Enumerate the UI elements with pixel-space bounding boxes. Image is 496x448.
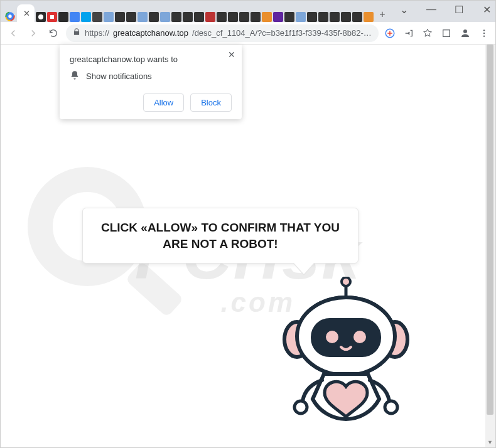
url-host: greatcaptchanow.top bbox=[113, 28, 188, 38]
arrow-right-icon bbox=[28, 28, 39, 39]
arrow-left-icon bbox=[8, 28, 19, 39]
watermark-magnifier-handle bbox=[125, 261, 184, 317]
tab-favicon[interactable] bbox=[296, 12, 306, 22]
minimize-button[interactable]: — bbox=[418, 1, 445, 18]
tab-favicon[interactable] bbox=[70, 12, 80, 22]
tab-favicon[interactable] bbox=[205, 12, 215, 22]
tab-favicon[interactable] bbox=[47, 12, 57, 22]
robot-illustration bbox=[264, 277, 428, 448]
caret-down-icon[interactable]: ⌄ bbox=[390, 1, 418, 18]
close-tab-icon[interactable]: ✕ bbox=[23, 9, 30, 18]
tab-favicon[interactable] bbox=[318, 12, 328, 22]
svg-point-12 bbox=[483, 35, 485, 36]
svg-point-9 bbox=[463, 29, 467, 33]
bell-icon bbox=[70, 70, 80, 82]
reload-icon bbox=[48, 28, 58, 38]
svg-point-22 bbox=[294, 401, 307, 413]
google-search-icon[interactable] bbox=[384, 27, 396, 40]
tab-favicon[interactable] bbox=[149, 12, 159, 22]
tab-favicon[interactable] bbox=[137, 12, 148, 22]
svg-point-5 bbox=[38, 14, 43, 19]
scrollbar-thumb[interactable] bbox=[487, 45, 493, 415]
svg-point-14 bbox=[342, 277, 350, 286]
profile-avatar-icon[interactable] bbox=[459, 27, 472, 40]
bookmark-star-icon[interactable] bbox=[421, 27, 434, 40]
tab-favicon[interactable] bbox=[36, 12, 46, 22]
lock-icon bbox=[72, 28, 81, 38]
tab-strip: ✕ bbox=[4, 1, 390, 22]
tab-favicon[interactable] bbox=[284, 12, 294, 22]
speech-bubble: CLICK «ALLOW» TO CONFIRM THAT YOU ARE NO… bbox=[82, 208, 359, 264]
tab-favicon[interactable] bbox=[183, 12, 193, 22]
svg-rect-8 bbox=[443, 29, 450, 36]
tab-favicon[interactable] bbox=[194, 12, 204, 22]
window-titlebar: ✕ bbox=[1, 1, 495, 22]
share-icon[interactable] bbox=[402, 27, 415, 40]
tab-favicon[interactable] bbox=[81, 12, 91, 22]
svg-rect-19 bbox=[311, 318, 381, 357]
tab-favicon[interactable] bbox=[364, 12, 374, 22]
svg-point-11 bbox=[483, 32, 485, 33]
tab-favicon[interactable] bbox=[251, 12, 261, 22]
svg-rect-6 bbox=[50, 15, 54, 19]
address-bar[interactable]: https://greatcaptchanow.top/desc_cf_1104… bbox=[66, 24, 379, 42]
tab-favicon[interactable] bbox=[352, 12, 362, 22]
tab-favicon[interactable] bbox=[171, 12, 181, 22]
background-tabs bbox=[36, 12, 374, 22]
tab-favicon[interactable] bbox=[307, 12, 317, 22]
tab-favicon-google[interactable] bbox=[4, 11, 16, 22]
block-button[interactable]: Block bbox=[190, 93, 232, 112]
window-controls: ⌄ — ☐ ✕ bbox=[390, 1, 496, 22]
close-prompt-icon[interactable]: ✕ bbox=[228, 50, 235, 60]
tab-favicon[interactable] bbox=[104, 12, 114, 22]
tab-favicon[interactable] bbox=[115, 12, 125, 22]
forward-button[interactable] bbox=[26, 26, 41, 41]
tab-favicon[interactable] bbox=[58, 12, 68, 22]
kebab-menu-icon[interactable] bbox=[478, 27, 490, 40]
close-window-button[interactable]: ✕ bbox=[473, 1, 496, 18]
tab-favicon[interactable] bbox=[330, 12, 340, 22]
toolbar: https://greatcaptchanow.top/desc_cf_1104… bbox=[1, 22, 495, 45]
toolbar-actions bbox=[384, 27, 490, 40]
tab-favicon[interactable] bbox=[239, 12, 249, 22]
vertical-scrollbar[interactable]: ▲ ▼ bbox=[485, 45, 495, 447]
svg-point-4 bbox=[8, 14, 11, 18]
tab-favicon[interactable] bbox=[160, 12, 170, 22]
active-tab[interactable]: ✕ bbox=[17, 4, 35, 22]
svg-point-21 bbox=[353, 331, 366, 343]
scroll-down-icon[interactable]: ▼ bbox=[485, 437, 495, 447]
tab-favicon[interactable] bbox=[273, 12, 283, 22]
page-content: PCrisk .com ✕ greatcaptchanow.top wants … bbox=[1, 45, 495, 447]
tab-favicon[interactable] bbox=[262, 12, 272, 22]
url-path: /desc_cf_1104_A/?c=b3e1f1f3-f339-435f-8b… bbox=[192, 28, 372, 38]
extensions-icon[interactable] bbox=[440, 27, 453, 40]
url-protocol: https:// bbox=[85, 28, 109, 38]
notification-permission-prompt: ✕ greatcaptchanow.top wants to Show noti… bbox=[60, 45, 242, 119]
new-tab-button[interactable]: + bbox=[375, 7, 390, 22]
maximize-button[interactable]: ☐ bbox=[445, 1, 473, 18]
permission-label: Show notifications bbox=[86, 72, 152, 81]
tab-favicon[interactable] bbox=[126, 12, 136, 22]
tab-favicon[interactable] bbox=[228, 12, 238, 22]
tab-favicon[interactable] bbox=[92, 12, 102, 22]
allow-button[interactable]: Allow bbox=[143, 93, 184, 112]
tab-favicon[interactable] bbox=[217, 12, 227, 22]
permission-origin-text: greatcaptchanow.top wants to bbox=[70, 55, 232, 64]
back-button[interactable] bbox=[6, 26, 21, 41]
tab-favicon[interactable] bbox=[341, 12, 351, 22]
svg-point-10 bbox=[483, 29, 485, 31]
speech-bubble-text: CLICK «ALLOW» TO CONFIRM THAT YOU ARE NO… bbox=[101, 221, 340, 250]
svg-point-23 bbox=[385, 401, 397, 413]
svg-point-20 bbox=[326, 331, 338, 343]
reload-button[interactable] bbox=[46, 26, 61, 41]
